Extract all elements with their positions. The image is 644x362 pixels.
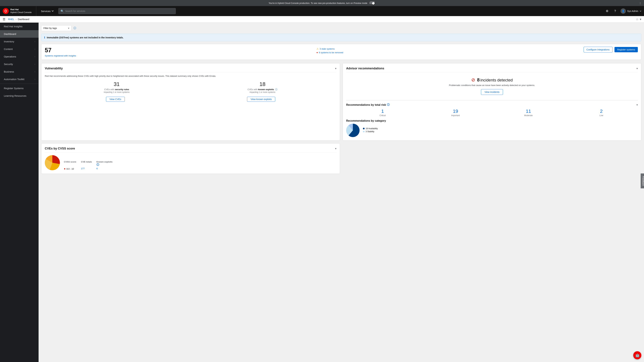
info-banner: ℹ Immutable (OSTree) systems are not inc… [41, 34, 641, 41]
advisor-divider [346, 100, 638, 100]
content-area: Filter by tags ▾ ⓘ ℹ Immutable (OSTree) … [38, 23, 644, 362]
vulnerability-collapse-button[interactable]: ▾ [335, 67, 336, 70]
settings-button[interactable]: ⚙ [604, 8, 610, 14]
availability-dot [363, 128, 364, 129]
cvss-card: CVEs by CVSS score ▾ CVSS score CVE tota… [41, 143, 340, 174]
cvss-exploits-info-icon[interactable]: ⓘ [96, 163, 99, 166]
risk-title: Recommendations by total risk ⓘ ▾ [346, 103, 638, 107]
chevron-right-icon: › [34, 48, 35, 50]
breadcrumb-separator: › [16, 18, 16, 21]
moderate-risk-item: 11 Moderate [492, 109, 565, 117]
cvss-legend: CVSS score CVE totals Known exploits ⓘ ●… [64, 161, 113, 170]
remove-systems-warning[interactable]: ● 6 systems to be removed [316, 51, 343, 54]
view-cves-button[interactable]: View CVEs [106, 97, 125, 102]
vulnerability-stats: 31 CVEs with security rules impacting 1 … [45, 81, 336, 93]
top-banner: You're in Hybrid Cloud Console productio… [0, 0, 644, 6]
user-menu-button[interactable]: 👤 Sys Admin [620, 8, 641, 14]
search-input[interactable] [65, 10, 174, 12]
category-chart: 18 Availability 3 Stability [346, 124, 638, 137]
filter-chevron-icon: ▾ [68, 27, 69, 29]
breadcrumb-parent[interactable]: RHEL [8, 18, 14, 21]
cvss-title: CVEs by CVSS score [45, 147, 75, 150]
filter-help-icon[interactable]: ⓘ [74, 26, 76, 30]
filter-tags-dropdown[interactable]: Filter by tags ▾ [41, 25, 72, 31]
low-risk-item: 2 Low [565, 109, 638, 117]
important-risk-item: 19 Important [419, 109, 492, 117]
vulnerability-actions: View CVEs View known exploits [45, 97, 336, 102]
incidents-heading-row: ⊘ 8 incidents detected [346, 77, 638, 83]
sidebar-item-learning[interactable]: Learning Resources [0, 92, 38, 99]
systems-label[interactable]: Systems registered with Insights [45, 54, 76, 57]
vulnerability-title: Vulnerability [45, 67, 63, 70]
configure-integrations-button[interactable]: Configure Integrations [584, 47, 612, 52]
preview-mode-toggle[interactable] [369, 1, 375, 5]
sidebar-item-business[interactable]: Business › [0, 68, 38, 75]
security-rules-sublabel: impacting 1 or more systems [104, 91, 130, 93]
search-bar: 🔍 [58, 8, 176, 14]
cvss-dot-red: ● [64, 167, 66, 170]
cvss-col-score: CVSS score [64, 161, 79, 167]
risk-collapse-button[interactable]: ▾ [636, 103, 638, 106]
sidebar-item-content[interactable]: Content › [0, 45, 38, 53]
sidebar-item-automation[interactable]: Automation Toolkit › [0, 75, 38, 83]
cvss-collapse-button[interactable]: ▾ [335, 147, 336, 150]
chevron-right-icon: › [34, 63, 35, 65]
stale-systems-warning[interactable]: ⚠ 3 stale systems [316, 47, 343, 50]
secondary-nav: ☰ RHEL › Dashboard ☆ ▾ [0, 16, 644, 23]
sidebar-item-inventory[interactable]: Inventory › [0, 38, 38, 45]
header-actions: ⚙ ? 👤 Sys Admin [604, 8, 641, 14]
chevron-right-icon: › [34, 40, 35, 43]
more-options-icon[interactable]: ⋮ [639, 2, 641, 4]
chevron-right-icon: › [34, 70, 35, 73]
register-systems-button[interactable]: Register systems [614, 47, 638, 52]
help-button[interactable]: ? [612, 8, 618, 14]
hamburger-button[interactable]: ☰ [3, 17, 5, 21]
sidebar-item-insights[interactable]: Red Hat Insights [0, 23, 38, 30]
cvss-card-header: CVEs by CVSS score ▾ [45, 147, 336, 152]
advisor-collapse-button[interactable]: ▾ [636, 67, 638, 70]
availability-legend-item: 18 Availability [363, 127, 378, 130]
header: Red Hat Hybrid Cloud Console Services 🔍 … [0, 6, 644, 16]
sidebar: Red Hat Insights Dashboard Inventory › C… [0, 23, 38, 362]
stats-actions: Configure Integrations Register systems [584, 47, 638, 52]
incidents-error-icon: ⊘ [471, 77, 475, 82]
expand-button[interactable]: ▾ [640, 17, 641, 21]
search-icon: 🔍 [60, 9, 64, 13]
vulnerability-description: Red Hat recommends addressing these CVEs… [45, 74, 336, 78]
chatbot-button[interactable]: 🤖 [633, 351, 641, 359]
dashboard-grid: Vulnerability ▾ Red Hat recommends addre… [41, 63, 641, 174]
advisor-card: Advisor recommendations ▾ ⊘ 8 incidents … [343, 63, 641, 141]
advisor-title: Advisor recommendations [346, 67, 384, 70]
info-icon: ℹ [44, 36, 45, 39]
main-layout: Red Hat Insights Dashboard Inventory › C… [0, 23, 644, 362]
sidebar-item-dashboard[interactable]: Dashboard [0, 30, 38, 38]
redhat-logo [3, 8, 9, 14]
cvss-col-exploits: Known exploits ⓘ [96, 161, 113, 167]
known-exploits-info-icon[interactable]: ⓘ [275, 88, 278, 91]
view-exploits-button[interactable]: View known exploits [247, 97, 275, 102]
cvss-total-val[interactable]: 177 [81, 167, 94, 170]
sidebar-item-operations[interactable]: Operations › [0, 53, 38, 60]
feedback-tab[interactable]: Feedback [641, 173, 644, 188]
stats-row: 57 Systems registered with Insights ⚠ 3 … [41, 44, 641, 60]
sidebar-item-security[interactable]: Security › [0, 60, 38, 68]
view-incidents-button[interactable]: View incidents [481, 89, 503, 95]
risk-info-icon[interactable]: ⓘ [387, 103, 390, 107]
sidebar-item-register[interactable]: Register Systems [0, 84, 38, 92]
known-exploits-sublabel: impacting 1 or more systems [248, 91, 278, 93]
stability-legend-item: 3 Stability [363, 130, 378, 133]
incidents-section: ⊘ 8 incidents detected Problematic condi… [346, 74, 638, 97]
cvss-chart-area: CVSS score CVE totals Known exploits ⓘ ●… [45, 155, 336, 170]
warning-icon: ⚠ [316, 47, 319, 50]
filter-bar: Filter by tags ▾ ⓘ [41, 25, 641, 31]
favorite-button[interactable]: ☆ [636, 17, 638, 21]
banner-text: You're in Hybrid Cloud Console productio… [269, 2, 368, 4]
cvss-known-val[interactable]: 6 [96, 167, 113, 170]
known-exploits-stat: 18 CVEs with known exploits ⓘ impacting … [248, 81, 278, 93]
stats-warnings: ⚠ 3 stale systems ● 6 systems to be remo… [316, 47, 343, 54]
category-legend: 18 Availability 3 Stability [363, 127, 378, 133]
services-button[interactable]: Services [39, 8, 56, 14]
systems-count-area: 57 Systems registered with Insights [45, 47, 76, 57]
logo-text: Red Hat Hybrid Cloud Console [10, 8, 32, 14]
critical-risk-item: 1 Critical [346, 109, 419, 117]
